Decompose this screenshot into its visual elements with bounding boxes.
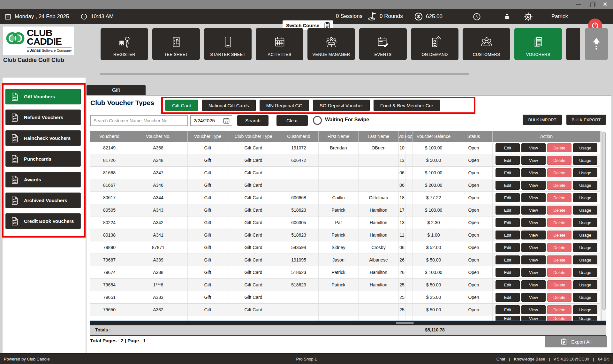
edit-button[interactable]: Edit	[496, 231, 520, 239]
usage-button[interactable]: Usage	[573, 293, 597, 302]
sidebar-item-refund-vouchers[interactable]: Refund Vouchers	[5, 110, 81, 125]
nav-customers[interactable]: CUSTOMERS	[463, 28, 510, 60]
delete-button[interactable]: Delete	[547, 316, 571, 321]
voucher-type-so-deposit-voucher[interactable]: SO Deposit Voucher	[313, 100, 370, 111]
edit-button[interactable]: Edit	[496, 305, 520, 314]
usage-button[interactable]: Usage	[573, 143, 597, 152]
usage-button[interactable]: Usage	[573, 316, 597, 321]
voucher-type-food-bev-member-cre[interactable]: Food & Bev Member Cre	[374, 100, 440, 111]
column-header-status[interactable]: Status	[455, 131, 493, 142]
delete-button[interactable]: Delete	[547, 231, 571, 239]
nav-scroll-up-button[interactable]	[585, 28, 608, 60]
usage-button[interactable]: Usage	[573, 218, 597, 227]
edit-button[interactable]: Edit	[496, 218, 520, 227]
usage-button[interactable]: Usage	[573, 206, 597, 215]
view-button[interactable]: View	[521, 181, 546, 190]
view-button[interactable]: View	[521, 316, 546, 321]
edit-button[interactable]: Edit	[496, 156, 520, 165]
search-button[interactable]: Search	[237, 115, 269, 126]
tab-gift[interactable]: Gift	[87, 85, 146, 95]
restore-icon[interactable]	[590, 3, 595, 7]
view-button[interactable]: View	[521, 231, 546, 239]
usage-button[interactable]: Usage	[573, 193, 597, 202]
sidebar-item-archived-vouchers[interactable]: Archived Vouchers	[5, 193, 81, 208]
delete-button[interactable]: Delete	[547, 181, 571, 190]
column-header-action[interactable]: Action	[493, 131, 601, 142]
edit-button[interactable]: Edit	[496, 316, 520, 321]
bulk-export-button[interactable]: BULK EXPORT	[566, 115, 606, 125]
column-header-last-name[interactable]: Last Name	[359, 131, 399, 142]
sidebar-item-raincheck-vouchers[interactable]: Raincheck Vouchers	[5, 130, 81, 146]
voucher-type-mn-regional-gc[interactable]: MN Regional GC	[260, 100, 309, 111]
sidebar-item-punchcards[interactable]: Punchcards	[5, 151, 81, 167]
edit-button[interactable]: Edit	[496, 293, 520, 302]
delete-button[interactable]: Delete	[547, 255, 571, 264]
view-button[interactable]: View	[521, 168, 546, 177]
edit-button[interactable]: Edit	[496, 181, 520, 190]
edit-button[interactable]: Edit	[496, 268, 520, 277]
delete-button[interactable]: Delete	[547, 268, 571, 277]
delete-button[interactable]: Delete	[547, 206, 571, 215]
column-header-vou[interactable]: Vou	[399, 131, 405, 142]
column-header-voucher-balance[interactable]: Voucher Balance	[412, 131, 455, 142]
delete-button[interactable]: Delete	[547, 156, 571, 165]
sidebar-item-awards[interactable]: Awards	[5, 172, 81, 187]
delete-button[interactable]: Delete	[547, 218, 571, 227]
close-icon[interactable]: ✕	[603, 1, 607, 8]
voucher-type-national-gift-cards[interactable]: National Gift Cards	[202, 100, 256, 111]
nav-starter-sheet[interactable]: STARTER SHEET	[204, 28, 252, 60]
delete-button[interactable]: Delete	[547, 168, 571, 177]
search-input[interactable]	[90, 115, 188, 126]
gear-icon[interactable]	[522, 12, 535, 22]
edit-button[interactable]: Edit	[496, 193, 520, 202]
column-header-exp[interactable]: Exp	[405, 131, 412, 142]
delete-button[interactable]: Delete	[547, 193, 571, 202]
usage-button[interactable]: Usage	[573, 268, 597, 277]
view-button[interactable]: View	[521, 268, 546, 277]
sidebar-item-gift-vouchers[interactable]: Gift Vouchers	[5, 89, 81, 104]
vertical-scrollbar-thumb[interactable]	[602, 132, 606, 310]
usage-button[interactable]: Usage	[573, 231, 597, 239]
nav-register[interactable]: REGISTER	[101, 28, 148, 60]
minimize-icon[interactable]	[576, 4, 581, 5]
voucher-type-gift-card[interactable]: Gift Card	[165, 100, 198, 111]
column-header-voucher-no-[interactable]: Voucher No.	[129, 131, 188, 142]
usage-button[interactable]: Usage	[573, 181, 597, 190]
edit-button[interactable]: Edit	[496, 168, 520, 177]
horizontal-scrollbar[interactable]	[90, 321, 606, 325]
column-header-customerid[interactable]: CustomerId	[279, 131, 319, 142]
view-button[interactable]: View	[521, 293, 546, 302]
view-button[interactable]: View	[521, 156, 546, 165]
lock-icon[interactable]	[501, 12, 513, 21]
nav-overflow-sliver[interactable]	[566, 28, 580, 60]
sidebar-item-credit-book-vouchers[interactable]: Credit Book Vouchers	[5, 213, 81, 229]
delete-button[interactable]: Delete	[547, 305, 571, 314]
nav-tee-sheet[interactable]: TEE SHEET	[152, 28, 200, 60]
view-button[interactable]: View	[521, 193, 546, 202]
delete-button[interactable]: Delete	[547, 243, 571, 252]
nav-on-demand[interactable]: ON DEMAND	[411, 28, 458, 60]
view-button[interactable]: View	[521, 280, 546, 289]
edit-button[interactable]: Edit	[496, 243, 520, 252]
nav-activities[interactable]: ACTIVITIES	[256, 28, 303, 60]
usage-button[interactable]: Usage	[573, 255, 597, 264]
delete-button[interactable]: Delete	[547, 143, 571, 152]
nav-vouchers[interactable]: VOUCHERS	[514, 28, 562, 60]
waiting-for-swipe-radio[interactable]	[313, 116, 322, 125]
view-button[interactable]: View	[521, 305, 546, 314]
knowledge-base-link[interactable]: Knowledge Base	[514, 357, 545, 361]
usage-button[interactable]: Usage	[573, 168, 597, 177]
clear-button[interactable]: Clear	[276, 115, 308, 126]
column-header-first-name[interactable]: First Name	[319, 131, 359, 142]
usage-button[interactable]: Usage	[573, 156, 597, 165]
horizontal-scrollbar-thumb[interactable]	[396, 322, 414, 324]
nav-events[interactable]: EVENTS	[359, 28, 407, 60]
nav-scrollbar[interactable]	[100, 73, 469, 75]
column-header-voucherid[interactable]: VoucherId	[90, 131, 129, 142]
view-button[interactable]: View	[521, 218, 546, 227]
nav-venue-manager[interactable]: VENUE MANAGER	[307, 28, 355, 60]
chat-link[interactable]: Chat	[496, 357, 505, 361]
edit-button[interactable]: Edit	[496, 206, 520, 215]
view-button[interactable]: View	[521, 206, 546, 215]
usage-button[interactable]: Usage	[573, 280, 597, 289]
